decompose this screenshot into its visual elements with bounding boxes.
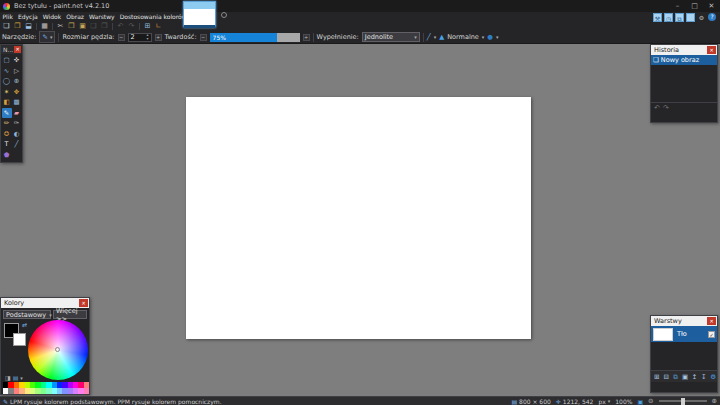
duplicate-layer-button[interactable]: ⧉ — [672, 373, 679, 381]
layers-panel-titlebar[interactable]: Warstwy ✕ — [651, 316, 717, 326]
layer-properties-button[interactable]: ⚙ — [710, 373, 717, 381]
zoom-to-window-button[interactable]: ▣ — [637, 398, 643, 405]
redo-icon[interactable]: ↷ — [663, 104, 669, 112]
zoom-in-icon[interactable]: ⊕ — [712, 397, 717, 405]
close-icon[interactable]: ✕ — [707, 46, 716, 54]
grid-toggle-icon[interactable]: ⊞ — [143, 22, 152, 31]
spinner-arrows-icon[interactable]: ▴▾ — [145, 33, 151, 41]
chevron-down-icon: ▾ — [50, 34, 53, 40]
merge-layer-down-button[interactable]: ▣ — [681, 373, 688, 381]
tool-shapes[interactable]: ⬟ — [2, 150, 12, 161]
tool-ellipse-select[interactable]: ◯ — [2, 76, 12, 87]
toggle-history-panel-icon[interactable]: ◷ — [664, 13, 673, 22]
open-file-icon[interactable]: ❐ — [13, 22, 22, 31]
layer-visibility-checkbox[interactable]: ✓ — [708, 331, 715, 338]
paste-icon[interactable]: ▣ — [78, 22, 87, 31]
palette-swatch[interactable] — [84, 388, 89, 394]
save-file-icon[interactable]: ⬓ — [24, 22, 33, 31]
zoom-out-icon[interactable]: ⊖ — [648, 397, 653, 405]
print-icon[interactable]: ▦ — [40, 22, 49, 31]
add-new-layer-button[interactable]: ⊞ — [653, 373, 660, 381]
tool-magic-wand[interactable]: ✶ — [2, 87, 12, 98]
tool-text-tool[interactable]: T — [2, 139, 12, 150]
color-wheel[interactable] — [28, 320, 88, 380]
redo-icon[interactable]: ↷ — [127, 22, 136, 31]
canvas[interactable] — [186, 97, 531, 339]
toggle-layers-panel-icon[interactable]: ⧉ — [675, 13, 684, 22]
fill-style-value: Jednolite — [365, 33, 393, 41]
swap-colors-icon[interactable]: ⇄ — [22, 321, 27, 328]
minimize-button[interactable]: – — [669, 0, 686, 12]
brush-size-decrease-button[interactable]: − — [118, 34, 125, 41]
menu-item-widok[interactable]: Widok — [40, 12, 63, 22]
crop-to-selection-icon[interactable]: ❑ — [89, 22, 98, 31]
zoom-slider-thumb[interactable] — [681, 398, 685, 405]
more-colors-button[interactable]: Więcej >> — [53, 310, 87, 319]
delete-layer-button[interactable]: ⊟ — [662, 373, 669, 381]
menu-item-warstwy[interactable]: Warstwy — [86, 12, 117, 22]
close-button[interactable]: ✕ — [703, 0, 720, 12]
tool-move-selected-pixels[interactable]: ✜ — [12, 55, 22, 66]
blend-mode-dropdown[interactable]: Normalne — [447, 33, 479, 41]
layer-row-selected[interactable]: Tło ✓ — [651, 326, 717, 342]
maximize-button[interactable]: □ — [686, 0, 703, 12]
tool-pencil[interactable]: ✏ — [2, 118, 12, 129]
tool-zoom-tool[interactable]: ⊕ — [12, 76, 22, 87]
toggle-tools-panel-icon[interactable]: ⚒ — [653, 13, 662, 22]
brush-size-increase-button[interactable]: + — [155, 34, 162, 41]
current-tool-dropdown[interactable]: ✎ ▾ — [39, 31, 55, 43]
undo-icon[interactable]: ↶ — [116, 22, 125, 31]
menu-item-plik[interactable]: Plik — [0, 12, 15, 22]
hardness-decrease-button[interactable]: − — [200, 34, 207, 41]
menu-item-obraz[interactable]: Obraz — [64, 12, 87, 22]
settings-gear-icon[interactable]: ⚙ — [697, 13, 706, 22]
hardness-slider[interactable]: 75% — [210, 33, 300, 42]
new-file-icon[interactable]: ❏ — [2, 22, 11, 31]
tool-color-picker[interactable]: ✑ — [12, 118, 22, 129]
move-layer-down-button[interactable]: ↧ — [700, 373, 707, 381]
tool-pan-tool[interactable]: ✥ — [12, 87, 22, 98]
tool-gradient-tool[interactable]: ▩ — [12, 97, 22, 108]
tool-lasso-select[interactable]: ∿ — [2, 66, 12, 77]
close-icon[interactable]: ✕ — [14, 46, 21, 53]
fill-style-dropdown[interactable]: Jednolite ▾ — [362, 32, 420, 42]
color-target-dropdown[interactable]: Podstawowy ▾ — [3, 310, 51, 319]
deselect-icon[interactable]: ❐ — [100, 22, 109, 31]
image-tab-active[interactable] — [183, 1, 216, 28]
selection-clipping-icon[interactable]: ● — [487, 33, 493, 41]
rulers-toggle-icon[interactable]: ∟ — [154, 22, 163, 31]
antialiasing-icon[interactable]: ╱ — [427, 33, 431, 41]
close-icon[interactable]: ✕ — [707, 317, 716, 325]
tool-line-curve[interactable]: ╱ — [12, 139, 22, 150]
undo-icon[interactable]: ↶ — [654, 104, 660, 112]
history-panel-titlebar[interactable]: Historia ✕ — [651, 45, 717, 55]
history-item-selected[interactable]: ❏ Nowy obraz — [651, 55, 717, 65]
help-icon[interactable]: ? — [708, 13, 716, 21]
tool-move-selection[interactable]: ▷ — [12, 66, 22, 77]
move-layer-up-button[interactable]: ↥ — [691, 373, 698, 381]
zoom-slider[interactable] — [659, 400, 707, 402]
brush-size-input[interactable]: 2 ▴▾ — [128, 33, 152, 42]
palette-settings-icon[interactable]: ◨ — [5, 374, 11, 381]
tool-rectangle-select[interactable]: ▢ — [2, 55, 12, 66]
tab-list-button[interactable] — [221, 12, 227, 18]
tool-recolor[interactable]: ◐ — [12, 129, 22, 140]
menu-item-edycja[interactable]: Edycja — [15, 12, 40, 22]
tool-paintbrush[interactable]: ✎ — [2, 108, 12, 119]
menu-item-dostosowania-kolorów[interactable]: Dostosowania kolorów — [117, 12, 189, 22]
color-wheel-marker[interactable] — [55, 347, 60, 352]
toggle-colors-panel-icon[interactable] — [686, 13, 695, 22]
hardness-increase-button[interactable]: + — [303, 34, 310, 41]
chevron-down-icon[interactable]: ▾ — [20, 375, 23, 381]
unit-dropdown[interactable]: px ▾ — [598, 398, 610, 405]
cursor-position-value: 1212, 542 — [563, 398, 594, 405]
secondary-color-swatch[interactable] — [13, 333, 26, 346]
tool-eraser[interactable]: ▰ — [12, 108, 22, 119]
tool-clone-stamp[interactable]: ✪ — [2, 129, 12, 140]
palette-save-icon[interactable]: ▤ — [13, 374, 19, 381]
tool-paint-bucket[interactable]: ◧ — [2, 97, 12, 108]
paintbrush-icon: ✎ — [42, 33, 47, 41]
cut-icon[interactable]: ✂ — [56, 22, 65, 31]
tools-panel-titlebar[interactable]: N... ✕ — [1, 45, 22, 54]
copy-icon[interactable]: ❒ — [67, 22, 76, 31]
